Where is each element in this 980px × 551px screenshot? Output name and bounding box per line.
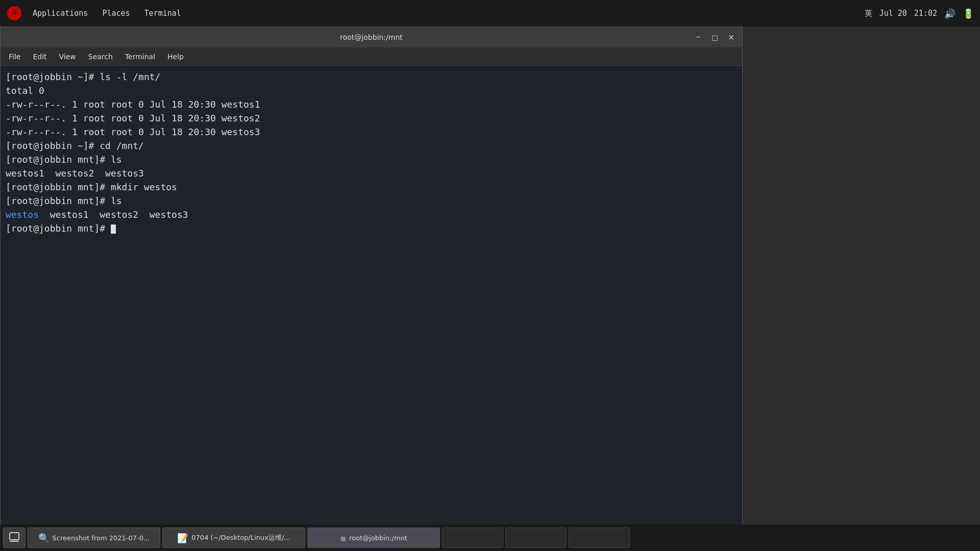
language-indicator[interactable]: 英 — [865, 9, 872, 18]
top-taskbar: Applications Places Terminal 英 Jul 20 21… — [0, 0, 980, 27]
redhat-logo-icon[interactable] — [6, 5, 22, 21]
svg-rect-2 — [10, 533, 19, 540]
show-desktop-icon — [9, 532, 20, 544]
terminal-line-8: westos1 westos2 westos3 — [6, 166, 737, 180]
taskbar-right: 英 Jul 20 21:02 🔊 🔋 — [865, 8, 974, 19]
terminal-task[interactable]: ▪ root@jobbin:/mnt — [307, 528, 440, 548]
terminal-content[interactable]: [root@jobbin ~]# ls -l /mnt/ total 0 -rw… — [1, 66, 742, 531]
terminal-line-9: [root@jobbin mnt]# mkdir westos — [6, 180, 737, 194]
time-display: 21:02 — [914, 9, 937, 18]
screenshot-icon: 🔍 — [38, 533, 50, 543]
empty-taskbar-slot-3 — [569, 528, 630, 548]
terminal-line-10: [root@jobbin mnt]# ls — [6, 194, 737, 208]
minimize-button[interactable]: − — [691, 30, 705, 44]
title-bar: root@jobbin:/mnt − ◻ ✕ — [1, 27, 742, 47]
terminal-line-4: -rw-r--r--. 1 root root 0 Jul 18 20:30 w… — [6, 111, 737, 125]
terminal-line-7: [root@jobbin mnt]# ls — [6, 153, 737, 166]
svg-point-1 — [11, 10, 18, 15]
date-display: Jul 20 — [879, 9, 907, 18]
empty-taskbar-slot-1 — [442, 528, 503, 548]
terminal-window: root@jobbin:/mnt − ◻ ✕ File Edit View Se… — [0, 27, 743, 532]
terminal-line-11-rest: westos1 westos2 westos3 — [39, 209, 188, 220]
terminal-task-icon: ▪ — [340, 533, 346, 543]
terminal-line-11: westos westos1 westos2 westos3 — [6, 208, 737, 221]
terminal-line-1: [root@jobbin ~]# ls -l /mnt/ — [6, 70, 737, 84]
applications-menu[interactable]: Applications — [26, 0, 95, 27]
view-menu[interactable]: View — [53, 51, 82, 63]
screenshot-label: Screenshot from 2021-07-0... — [53, 534, 150, 542]
empty-taskbar-slot-2 — [505, 528, 567, 548]
close-button[interactable]: ✕ — [724, 30, 738, 44]
menu-bar: File Edit View Search Terminal Help — [1, 47, 742, 66]
svg-rect-3 — [10, 541, 19, 542]
volume-icon[interactable]: 🔊 — [944, 8, 955, 19]
terminal-line-12: [root@jobbin mnt]# — [6, 221, 737, 235]
terminal-menu-item[interactable]: Terminal — [119, 51, 161, 63]
taskbar-left: Applications Places Terminal — [6, 0, 865, 27]
editor-task[interactable]: 📝 0704 (~/Desktop/Linux运维/... — [162, 528, 305, 548]
terminal-line-2: total 0 — [6, 84, 737, 97]
screenshot-task[interactable]: 🔍 Screenshot from 2021-07-0... — [28, 528, 160, 548]
terminal-cursor — [111, 224, 116, 234]
edit-menu[interactable]: Edit — [27, 51, 53, 63]
search-menu[interactable]: Search — [82, 51, 119, 63]
terminal-menu[interactable]: Terminal — [137, 0, 188, 27]
file-menu[interactable]: File — [3, 51, 27, 63]
maximize-button[interactable]: ◻ — [707, 30, 722, 44]
terminal-line-6: [root@jobbin ~]# cd /mnt/ — [6, 139, 737, 153]
bottom-taskbar: 🔍 Screenshot from 2021-07-0... 📝 0704 (~… — [0, 524, 980, 551]
directory-name: westos — [6, 209, 39, 220]
help-menu[interactable]: Help — [161, 51, 190, 63]
window-title: root@jobbin:/mnt — [340, 33, 403, 41]
show-desktop-button[interactable] — [3, 528, 26, 548]
terminal-task-label: root@jobbin:/mnt — [349, 534, 407, 542]
editor-icon: 📝 — [177, 533, 188, 543]
terminal-line-3: -rw-r--r--. 1 root root 0 Jul 18 20:30 w… — [6, 97, 737, 111]
terminal-line-5: -rw-r--r--. 1 root root 0 Jul 18 20:30 w… — [6, 125, 737, 139]
editor-label: 0704 (~/Desktop/Linux运维/... — [191, 533, 290, 542]
window-controls: − ◻ ✕ — [691, 30, 738, 44]
places-menu[interactable]: Places — [95, 0, 137, 27]
battery-icon[interactable]: 🔋 — [963, 8, 974, 19]
